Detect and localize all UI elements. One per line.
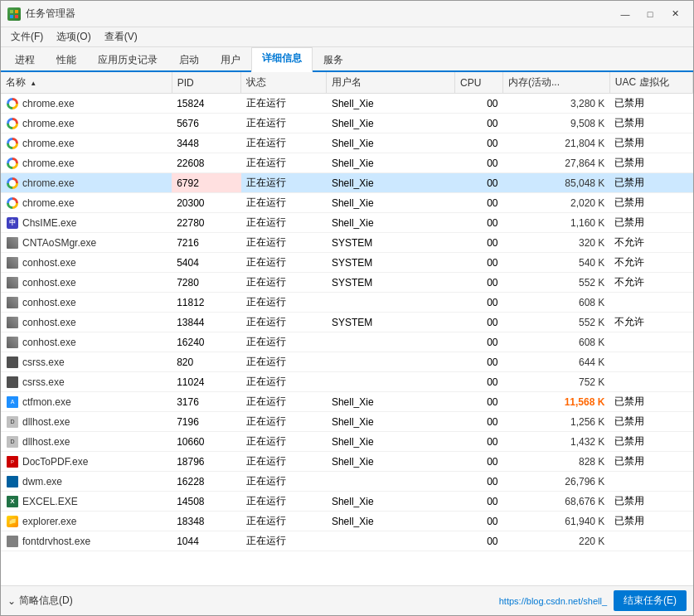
title-left: 任务管理器: [7, 7, 75, 21]
cell-mem: 1,432 K: [503, 432, 610, 452]
cell-uac: 已禁用: [609, 173, 692, 193]
tab-startup[interactable]: 启动: [168, 49, 210, 72]
cell-pid: 6792: [172, 173, 241, 193]
tab-services[interactable]: 服务: [313, 49, 354, 72]
process-icon: [6, 356, 19, 369]
process-icon: [6, 256, 19, 269]
table-row[interactable]: P DocToPDF.exe 18796 正在运行 Shell_Xie 00 8…: [1, 452, 693, 472]
cell-cpu: 00: [455, 452, 503, 472]
table-row[interactable]: csrss.exe 820 正在运行 00 644 K: [1, 352, 693, 372]
cell-cpu: 00: [455, 94, 503, 114]
cell-mem: 552 K: [503, 273, 610, 293]
process-icon: [6, 236, 19, 250]
cell-uac: 已禁用: [609, 153, 692, 173]
cell-name: csrss.exe: [1, 352, 172, 372]
table-row[interactable]: chrome.exe 5676 正在运行 Shell_Xie 00 9,508 …: [1, 114, 693, 133]
process-icon: 中: [6, 216, 19, 230]
table-row[interactable]: fontdrvhost.exe 1044 正在运行 00 220 K: [1, 531, 693, 551]
table-row[interactable]: D dllhost.exe 7196 正在运行 Shell_Xie 00 1,2…: [1, 412, 693, 432]
table-row[interactable]: dwm.exe 16228 正在运行 00 26,796 K: [1, 472, 693, 492]
cell-user: Shell_Xie: [327, 512, 455, 531]
table-row[interactable]: X EXCEL.EXE 14508 正在运行 Shell_Xie 00 68,6…: [1, 492, 693, 512]
cell-status: 正在运行: [241, 273, 327, 293]
cell-cpu: 00: [455, 114, 503, 133]
cell-name: D dllhost.exe: [1, 432, 172, 452]
table-row[interactable]: chrome.exe 3448 正在运行 Shell_Xie 00 21,804…: [1, 133, 693, 153]
cell-name: chrome.exe: [1, 193, 172, 213]
expand-button[interactable]: ⌄ 简略信息(D): [7, 594, 73, 608]
tab-details[interactable]: 详细信息: [251, 47, 313, 72]
tab-users[interactable]: 用户: [210, 49, 251, 72]
cell-mem: 220 K: [503, 531, 610, 551]
cell-name: conhost.exe: [1, 332, 172, 352]
menu-options[interactable]: 选项(O): [50, 28, 97, 46]
table-row[interactable]: conhost.exe 5404 正在运行 SYSTEM 00 540 K 不允…: [1, 253, 693, 273]
cell-status: 正在运行: [241, 313, 327, 332]
title-controls: — □ ✕: [614, 6, 687, 22]
table-row[interactable]: csrss.exe 11024 正在运行 00 752 K: [1, 372, 693, 392]
process-name: conhost.exe: [22, 257, 76, 269]
col-header-name[interactable]: 名称 ▲: [1, 72, 172, 94]
table-row[interactable]: chrome.exe 22608 正在运行 Shell_Xie 00 27,86…: [1, 153, 693, 173]
maximize-button[interactable]: □: [638, 6, 662, 22]
process-icon: [6, 196, 19, 210]
cell-name: 中 ChsIME.exe: [1, 213, 172, 233]
table-row[interactable]: conhost.exe 16240 正在运行 00 608 K: [1, 332, 693, 352]
col-header-pid[interactable]: PID: [172, 72, 241, 94]
process-name: dwm.exe: [22, 476, 62, 487]
table-row[interactable]: 中 ChsIME.exe 22780 正在运行 Shell_Xie 00 1,1…: [1, 213, 693, 233]
cell-uac: 已禁用: [609, 432, 692, 452]
cell-pid: 22608: [172, 153, 241, 173]
table-row[interactable]: conhost.exe 11812 正在运行 00 608 K: [1, 293, 693, 313]
process-icon: [6, 177, 19, 190]
col-header-cpu[interactable]: CPU: [455, 72, 503, 94]
cell-name: P DocToPDF.exe: [1, 452, 172, 472]
table-row[interactable]: conhost.exe 13844 正在运行 SYSTEM 00 552 K 不…: [1, 313, 693, 332]
tab-performance[interactable]: 性能: [46, 49, 87, 72]
cell-pid: 5404: [172, 253, 241, 273]
process-icon: [6, 535, 19, 548]
col-header-status[interactable]: 状态: [241, 72, 327, 94]
tab-processes[interactable]: 进程: [4, 49, 46, 72]
cell-user: Shell_Xie: [327, 133, 455, 153]
cell-cpu: 00: [455, 193, 503, 213]
process-icon: [6, 117, 19, 130]
cell-user: SYSTEM: [327, 233, 455, 253]
col-header-mem[interactable]: 内存(活动...: [503, 72, 610, 94]
svg-rect-2: [10, 15, 13, 18]
cell-mem: 752 K: [503, 372, 610, 392]
end-task-button[interactable]: 结束任务(E): [614, 590, 687, 611]
cell-mem: 3,280 K: [503, 94, 610, 114]
table-row[interactable]: D dllhost.exe 10660 正在运行 Shell_Xie 00 1,…: [1, 432, 693, 452]
tab-app-history[interactable]: 应用历史记录: [87, 49, 168, 72]
content-area: 名称 ▲ PID 状态 用户名 CPU: [1, 72, 693, 585]
col-header-user[interactable]: 用户名: [327, 72, 455, 94]
cell-mem: 828 K: [503, 452, 610, 472]
col-header-uac[interactable]: UAC 虚拟化: [609, 72, 692, 94]
cell-pid: 7196: [172, 412, 241, 432]
close-button[interactable]: ✕: [663, 6, 687, 22]
table-row[interactable]: CNTAoSMgr.exe 7216 正在运行 SYSTEM 00 320 K …: [1, 233, 693, 253]
cell-cpu: 00: [455, 313, 503, 332]
table-row[interactable]: chrome.exe 6792 正在运行 Shell_Xie 00 85,048…: [1, 173, 693, 193]
minimize-button[interactable]: —: [614, 6, 637, 22]
process-icon: X: [6, 495, 19, 508]
table-row[interactable]: conhost.exe 7280 正在运行 SYSTEM 00 552 K 不允…: [1, 273, 693, 293]
cell-pid: 18348: [172, 512, 241, 531]
menu-bar: 文件(F) 选项(O) 查看(V): [1, 27, 693, 47]
table-row[interactable]: A ctfmon.exe 3176 正在运行 Shell_Xie 00 11,5…: [1, 392, 693, 412]
cell-user: SYSTEM: [327, 313, 455, 332]
process-table-container[interactable]: 名称 ▲ PID 状态 用户名 CPU: [1, 72, 693, 585]
table-row[interactable]: 📁 explorer.exe 18348 正在运行 Shell_Xie 00 6…: [1, 512, 693, 531]
menu-file[interactable]: 文件(F): [4, 28, 50, 46]
cell-mem: 2,020 K: [503, 193, 610, 213]
process-name: conhost.exe: [22, 317, 76, 328]
cell-uac: [609, 352, 692, 372]
chevron-down-icon: ⌄: [7, 595, 16, 607]
sort-arrow-name: ▲: [30, 80, 36, 87]
cell-status: 正在运行: [241, 94, 327, 114]
table-row[interactable]: chrome.exe 20300 正在运行 Shell_Xie 00 2,020…: [1, 193, 693, 213]
table-row[interactable]: chrome.exe 15824 正在运行 Shell_Xie 00 3,280…: [1, 94, 693, 114]
cell-status: 正在运行: [241, 512, 327, 531]
menu-view[interactable]: 查看(V): [98, 28, 144, 46]
